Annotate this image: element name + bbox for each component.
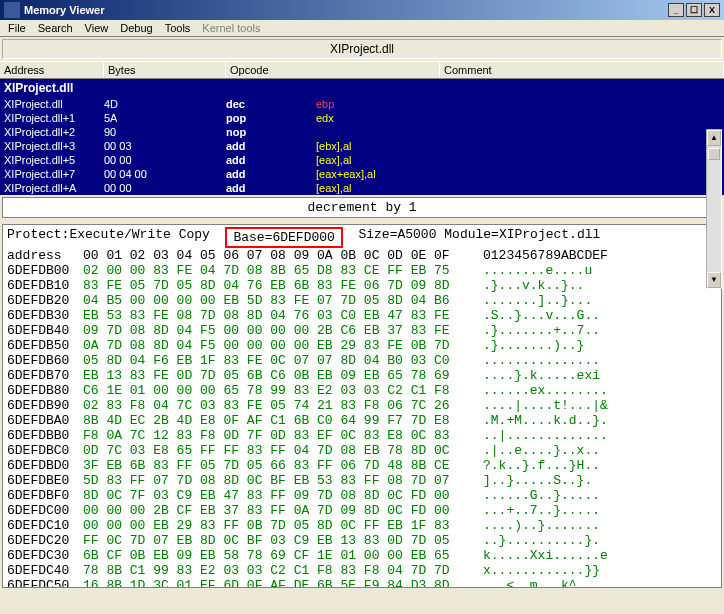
hex-row[interactable]: 6DEFDB30EB 53 83 FE 08 7D 08 8D 04 76 03… — [7, 308, 717, 323]
disasm-row[interactable]: XIProject.dll+15Apopedx — [0, 111, 724, 125]
menu-view[interactable]: View — [85, 22, 109, 34]
window-title: Memory Viewer — [24, 4, 105, 16]
disasm-row[interactable]: XIProject.dll4Ddecebp — [0, 97, 724, 111]
col-address[interactable]: Address — [0, 62, 104, 78]
hint-bar: decrement by 1 — [2, 197, 722, 218]
hex-row[interactable]: 6DEFDB80C6 1E 01 00 00 00 65 78 99 83 E2… — [7, 383, 717, 398]
disasm-row[interactable]: XIProject.dll+500 00add[eax],al — [0, 153, 724, 167]
menu-kernel-tools: Kernel tools — [202, 22, 260, 34]
module-row[interactable]: XIProject.dll — [0, 79, 724, 97]
scroll-thumb[interactable] — [708, 148, 720, 160]
hex-row[interactable]: 6DEFDC1000 00 00 EB 29 83 FF 0B 7D 05 8D… — [7, 518, 717, 533]
menu-tools[interactable]: Tools — [165, 22, 191, 34]
hex-row[interactable]: 6DEFDB1083 FE 05 7D 05 8D 04 76 EB 6B 83… — [7, 278, 717, 293]
disasm-row[interactable]: XIProject.dll+300 03add[ebx],al — [0, 139, 724, 153]
disasm-header: Address Bytes Opcode Comment — [0, 61, 724, 79]
scroll-down-button[interactable]: ▼ — [707, 272, 721, 288]
col-bytes[interactable]: Bytes — [104, 62, 226, 78]
hex-row[interactable]: 6DEFDBA08B 4D EC 2B 4D E8 0F AF C1 6B C0… — [7, 413, 717, 428]
hex-row[interactable]: 6DEFDB6005 8D 04 F6 EB 1F 83 FE 0C 07 07… — [7, 353, 717, 368]
hex-row[interactable]: 6DEFDB2004 B5 00 00 00 00 EB 5D 83 FE 07… — [7, 293, 717, 308]
hex-row[interactable]: 6DEFDC5016 8B 1D 3C 01 EF 6D 0F AF DE 6B… — [7, 578, 717, 588]
module-subtitle: XIProject.dll — [2, 39, 722, 59]
hex-row[interactable]: 6DEFDB4009 7D 08 8D 04 F5 00 00 00 00 2B… — [7, 323, 717, 338]
minimize-button[interactable]: _ — [668, 3, 684, 17]
hex-row[interactable]: 6DEFDC4078 8B C1 99 83 E2 03 03 C2 C1 F8… — [7, 563, 717, 578]
menu-search[interactable]: Search — [38, 22, 73, 34]
hex-row[interactable]: 6DEFDBE05D 83 FF 07 7D 08 8D 0C BF EB 53… — [7, 473, 717, 488]
hex-row[interactable]: 6DEFDB0002 00 00 83 FE 04 7D 08 8B 65 D8… — [7, 263, 717, 278]
hex-panel[interactable]: Protect:Execute/Write Copy Base=6DEFD000… — [2, 224, 722, 588]
maximize-button[interactable]: ☐ — [686, 3, 702, 17]
hex-row[interactable]: 6DEFDBF08D 0C 7F 03 C9 EB 47 83 FF 09 7D… — [7, 488, 717, 503]
hint-text: decrement by 1 — [7, 200, 717, 215]
col-opcode[interactable]: Opcode — [226, 62, 440, 78]
menu-bar: File Search View Debug Tools Kernel tool… — [0, 20, 724, 37]
hex-row[interactable]: 6DEFDC306B CF 0B EB 09 EB 58 78 69 CF 1E… — [7, 548, 717, 563]
hex-row[interactable]: 6DEFDBB0F8 0A 7C 12 83 F8 0D 7F 0D 83 EF… — [7, 428, 717, 443]
base-box: Base=6DEFD000 — [225, 227, 342, 248]
disasm-row[interactable]: XIProject.dll+A00 00add[eax],al — [0, 181, 724, 195]
disasm-row[interactable]: XIProject.dll+290nop — [0, 125, 724, 139]
menu-file[interactable]: File — [8, 22, 26, 34]
disasm-table[interactable]: XIProject.dll4DdecebpXIProject.dll+15Apo… — [0, 97, 724, 195]
hex-row[interactable]: 6DEFDC20FF 0C 7D 07 EB 8D 0C BF 03 C9 EB… — [7, 533, 717, 548]
hex-row[interactable]: 6DEFDB70EB 13 83 FE 0D 7D 05 6B C6 0B EB… — [7, 368, 717, 383]
hex-row[interactable]: 6DEFDBC00D 7C 03 E8 65 FF FF 83 FF 04 7D… — [7, 443, 717, 458]
menu-debug[interactable]: Debug — [120, 22, 152, 34]
hex-row[interactable]: 6DEFDB500A 7D 08 8D 04 F5 00 00 00 00 EB… — [7, 338, 717, 353]
hex-row[interactable]: 6DEFDC0000 00 00 2B CF EB 37 83 FF 0A 7D… — [7, 503, 717, 518]
hex-row[interactable]: 6DEFDBD03F EB 6B 83 FF 05 7D 05 66 83 FF… — [7, 458, 717, 473]
close-button[interactable]: X — [704, 3, 720, 17]
app-icon — [4, 2, 20, 18]
title-bar: Memory Viewer _ ☐ X — [0, 0, 724, 20]
hex-row[interactable]: 6DEFDB9002 83 F8 04 7C 03 83 FE 05 74 21… — [7, 398, 717, 413]
scroll-up-button[interactable]: ▲ — [707, 130, 721, 146]
scrollbar[interactable]: ▲ ▼ — [706, 129, 722, 289]
disasm-row[interactable]: XIProject.dll+700 04 00add[eax+eax],al — [0, 167, 724, 181]
col-comment[interactable]: Comment — [440, 62, 724, 78]
